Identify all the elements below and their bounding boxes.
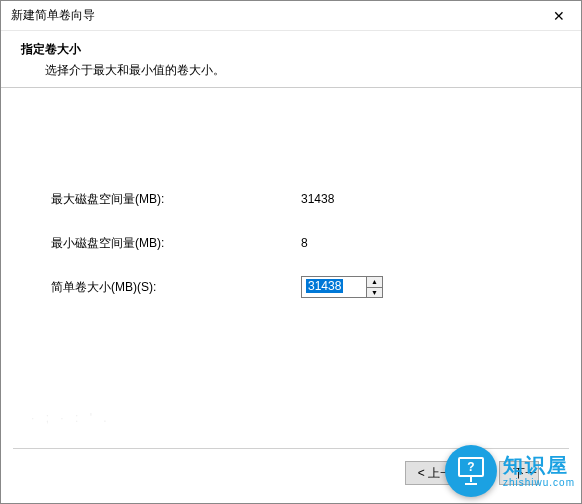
row-volume-size: 简单卷大小(MB)(S): 31438 ▲ ▼	[51, 276, 531, 298]
volume-size-label: 简单卷大小(MB)(S):	[51, 279, 301, 296]
button-bar: < 上一步(B) 下一	[13, 448, 569, 485]
max-disk-label: 最大磁盘空间量(MB):	[51, 191, 301, 208]
titlebar: 新建简单卷向导 ✕	[1, 1, 581, 31]
volume-size-value: 31438	[306, 279, 343, 293]
spinner-up-button[interactable]: ▲	[367, 277, 382, 288]
dialog-window: 新建简单卷向导 ✕ 指定卷大小 选择介于最大和最小值的卷大小。 最大磁盘空间量(…	[0, 0, 582, 504]
faint-mark: · ; · : ' .	[31, 411, 111, 425]
max-disk-value: 31438	[301, 192, 334, 206]
close-button[interactable]: ✕	[537, 1, 581, 31]
row-min-disk-space: 最小磁盘空间量(MB): 8	[51, 232, 531, 254]
min-disk-label: 最小磁盘空间量(MB):	[51, 235, 301, 252]
volume-size-input[interactable]: 31438	[301, 276, 367, 298]
heading-block: 指定卷大小 选择介于最大和最小值的卷大小。	[1, 31, 581, 88]
min-disk-value: 8	[301, 236, 308, 250]
next-button[interactable]: 下一	[499, 461, 539, 485]
volume-size-spinner[interactable]: 31438 ▲ ▼	[301, 276, 383, 298]
spinner-down-button[interactable]: ▼	[367, 288, 382, 298]
back-button[interactable]: < 上一步(B)	[405, 461, 493, 485]
spinner-buttons: ▲ ▼	[367, 276, 383, 298]
row-max-disk-space: 最大磁盘空间量(MB): 31438	[51, 188, 531, 210]
page-heading: 指定卷大小	[21, 41, 561, 58]
content-area: 最大磁盘空间量(MB): 31438 最小磁盘空间量(MB): 8 简单卷大小(…	[1, 88, 581, 340]
window-title: 新建简单卷向导	[11, 7, 537, 24]
page-subheading: 选择介于最大和最小值的卷大小。	[21, 62, 561, 79]
